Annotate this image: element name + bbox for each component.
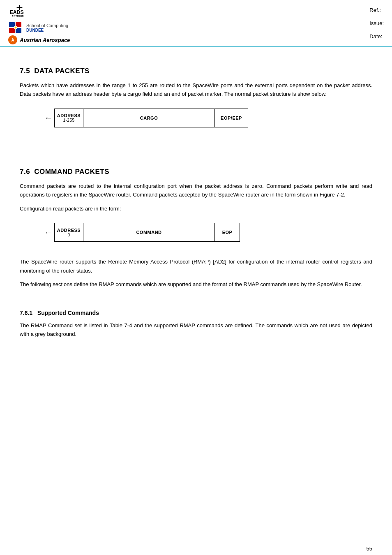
packet-box-data: ADDRESS 1-255 CARGO EOP/EEP (54, 109, 248, 127)
section-76-num: 7.6 (20, 168, 30, 176)
section-75-para1: Packets which have addresses in the rang… (20, 81, 372, 99)
section-761-title: 7.6.1 Supported Commands (20, 310, 372, 316)
page-header: EADS ASTRIUM School of Computing DUNDEE … (0, 0, 392, 47)
ref-label: Ref.: (369, 7, 380, 13)
date-label: Date: (369, 33, 382, 39)
address-cell: ADDRESS 1-255 (55, 109, 83, 127)
page-number: 55 (367, 546, 372, 552)
section-76-label: COMMAND PACKETS (34, 168, 109, 176)
svg-point-9 (15, 27, 17, 29)
dundee-logo-icon (8, 21, 23, 34)
austrian-label: Austrian Aerospace (20, 37, 70, 43)
svg-text:EADS: EADS (9, 9, 23, 15)
ref-row: Ref.: (369, 7, 384, 13)
issue-label: Issue: (369, 20, 384, 26)
svg-rect-4 (9, 22, 15, 27)
section-761-num: 7.6.1 (20, 310, 32, 316)
command-packet-diagram: ← ADDRESS 0 COMMAND EOP (44, 223, 372, 242)
section-75-label: DATA PACKETS (34, 67, 90, 75)
arrow-left-cmd-icon: ← (44, 228, 53, 237)
svg-rect-6 (9, 28, 15, 33)
svg-text:ASTRIUM: ASTRIUM (12, 15, 24, 18)
cmd-eop-cell: EOP (215, 223, 240, 241)
section-76-title: 7.6 COMMAND PACKETS (20, 168, 372, 176)
address-label: ADDRESS (57, 113, 81, 118)
cmd-address-sub: 0 (67, 233, 70, 237)
austrian-logo: A Austrian Aerospace (8, 35, 140, 44)
eopeep-cell: EOP/EEP (215, 109, 248, 127)
eads-icon: EADS ASTRIUM (8, 3, 31, 20)
section-75-num: 7.5 (20, 67, 30, 75)
dundee-label: DUNDEE (26, 28, 68, 32)
cargo-cell: CARGO (83, 109, 215, 127)
austrian-icon: A (8, 35, 17, 44)
address-sub: 1-255 (63, 118, 74, 123)
date-row: Date: (369, 33, 384, 39)
section-76-para3: The SpaceWire router supports the Remote… (20, 257, 372, 275)
data-packet-diagram: ← ADDRESS 1-255 CARGO EOP/EEP (44, 109, 372, 127)
cmd-eop-label: EOP (222, 230, 233, 235)
dundee-logo: School of Computing DUNDEE (8, 21, 140, 34)
issue-row: Issue: (369, 20, 384, 26)
arrow-left-icon: ← (44, 113, 53, 123)
packet-box-command: ADDRESS 0 COMMAND EOP (54, 223, 240, 242)
section-76-para1: Command packets are routed to the intern… (20, 182, 372, 199)
cargo-label: CARGO (140, 116, 158, 120)
section-76-para2: Configuration read packets are in the fo… (20, 204, 372, 213)
logos-block: EADS ASTRIUM School of Computing DUNDEE … (8, 3, 140, 43)
section-76-para4: The following sections define the RMAP c… (20, 280, 372, 289)
eopeep-label: EOP/EEP (221, 116, 242, 120)
section-75-title: 7.5 DATA PACKETS (20, 67, 372, 75)
cmd-address-label: ADDRESS (57, 228, 81, 233)
cmd-command-cell: COMMAND (83, 223, 215, 241)
page-content: 7.5 DATA PACKETS Packets which have addr… (0, 47, 392, 363)
header-meta: Ref.: Issue: Date: (369, 3, 384, 43)
cmd-address-cell: ADDRESS 0 (55, 223, 83, 241)
section-761-label: Supported Commands (37, 310, 99, 316)
cmd-command-label: COMMAND (136, 230, 161, 235)
section-761-para1: The RMAP Command set is listed in Table … (20, 321, 372, 339)
school-label: School of Computing (26, 23, 68, 28)
eads-logo: EADS ASTRIUM (8, 3, 140, 20)
page-footer: 55 (0, 542, 392, 555)
